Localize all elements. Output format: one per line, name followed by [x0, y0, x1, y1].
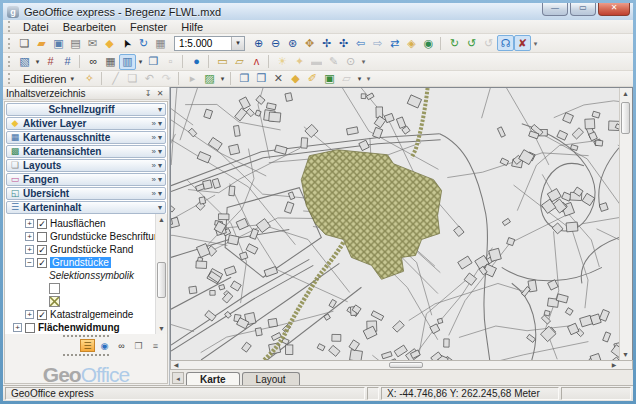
tool-star-button[interactable]: ✦: [291, 54, 308, 70]
section-chevrons[interactable]: »▾: [152, 119, 162, 128]
find-button[interactable]: ∞: [85, 54, 102, 70]
attributes-button[interactable]: ▨: [201, 71, 218, 87]
menu-hilfe[interactable]: Hilfe: [174, 21, 210, 33]
section-chevrons[interactable]: »▾: [152, 189, 162, 198]
add-data-button[interactable]: ◆: [101, 35, 118, 51]
tab-karte[interactable]: Karte: [186, 372, 240, 385]
select-features-button[interactable]: ▧: [16, 54, 33, 70]
zoom-in-button[interactable]: ⊕: [250, 35, 267, 51]
goto-xy-red-button[interactable]: #: [42, 54, 59, 70]
selection-swatch-hatched[interactable]: [7, 295, 153, 308]
section-karteninhalt[interactable]: ☰ Karteninhalt ▾: [6, 201, 166, 214]
expander-icon[interactable]: +: [25, 245, 34, 254]
scale-dropdown-icon[interactable]: ▾: [231, 37, 244, 50]
tool-flat-button[interactable]: ▬: [308, 54, 325, 70]
select-features-dropdown[interactable]: ▾: [33, 54, 42, 70]
refresh-b-button[interactable]: ↺: [463, 35, 480, 51]
scroll-thumb[interactable]: [157, 262, 166, 298]
tab-scroll-left[interactable]: ◂: [172, 372, 184, 384]
toolbar-grip[interactable]: [8, 38, 13, 49]
zoom-doc-button[interactable]: ⊙: [342, 54, 359, 70]
section-kartenansichten[interactable]: ▩ Kartenansichten »▾: [6, 145, 166, 158]
delete-feature-button[interactable]: ✕: [270, 71, 287, 87]
group-flaechenwidmung[interactable]: + Flächenwidmung: [7, 321, 153, 334]
polygon-tool-button[interactable]: ▱: [338, 71, 355, 87]
layer-checkbox[interactable]: ✓: [37, 245, 47, 255]
full-extent-button[interactable]: ✢: [318, 35, 335, 51]
expander-icon[interactable]: +: [13, 323, 22, 332]
print-button[interactable]: ▤: [67, 35, 84, 51]
selektionssymbolik-label[interactable]: Selektionssymbolik: [7, 269, 153, 282]
section-kartenausschnitte[interactable]: ▦ Kartenausschnitte »▾: [6, 131, 166, 144]
globe-mode-button[interactable]: ◉: [97, 339, 112, 352]
section-chevrons[interactable]: »▾: [152, 161, 162, 170]
continue-button[interactable]: ▸: [184, 71, 201, 87]
select-cursor-button[interactable]: ➤: [118, 35, 135, 51]
scroll-right-icon[interactable]: ▶: [609, 361, 619, 369]
toggle-tracking-button[interactable]: ☊: [497, 35, 514, 51]
layer-checkbox[interactable]: ✓: [37, 258, 47, 268]
undo-button[interactable]: ↶: [141, 71, 158, 87]
close-button[interactable]: ✕: [598, 3, 630, 16]
send-mail-button[interactable]: ✉: [84, 35, 101, 51]
select-elements-button[interactable]: ⇄: [386, 35, 403, 51]
maptips-button[interactable]: ▥: [119, 54, 136, 70]
scroll-left-icon[interactable]: ◀: [171, 361, 181, 369]
section-uebersicht[interactable]: ◱ Übersicht »▾: [6, 187, 166, 200]
toolbar-overflow[interactable]: ▾: [531, 35, 540, 51]
refresh-c-button[interactable]: ↺: [480, 35, 497, 51]
tree-scrollbar[interactable]: ▲ ▼: [155, 214, 167, 334]
section-chevrons[interactable]: ▾: [156, 203, 162, 212]
minimize-button[interactable]: —: [542, 3, 568, 16]
fixed-extent-button[interactable]: ✣: [335, 35, 352, 51]
tab-layout[interactable]: Layout: [242, 372, 300, 385]
export-map-button[interactable]: ▦: [152, 35, 169, 51]
toolbar-overflow[interactable]: ▾: [359, 54, 368, 70]
layer-checkbox[interactable]: [25, 323, 35, 333]
zoom-selection-button[interactable]: ⊛: [284, 35, 301, 51]
copy-feature-button[interactable]: ❒: [253, 71, 270, 87]
sketch-tool-button[interactable]: ╱: [107, 71, 124, 87]
scroll-down-icon[interactable]: ▼: [620, 349, 631, 360]
layer-grundstuecke[interactable]: − ✓ Grundstücke: [7, 256, 153, 269]
attributes-dropdown[interactable]: ▾: [218, 71, 227, 87]
menu-fenster[interactable]: Fenster: [123, 21, 174, 33]
expander-icon[interactable]: +: [25, 310, 34, 319]
edit-vertices-button[interactable]: ❏: [124, 71, 141, 87]
scale-input[interactable]: [175, 38, 231, 49]
panel-header[interactable]: Inhaltsverzeichnis ↧ ✕: [3, 87, 169, 100]
find-mode-button[interactable]: ∞: [114, 339, 129, 352]
map-horizontal-scrollbar[interactable]: ◀ ▶: [170, 360, 633, 370]
map-canvas[interactable]: [171, 88, 619, 360]
section-chevrons[interactable]: »▾: [152, 133, 162, 142]
menu-grip[interactable]: [8, 21, 13, 32]
toggle-redline-button[interactable]: ✘: [514, 35, 531, 51]
section-layouts[interactable]: ❏ Layouts »▾: [6, 159, 166, 172]
expander-icon[interactable]: +: [25, 219, 34, 228]
back-extent-button[interactable]: ⇦: [352, 35, 369, 51]
nav-diamond-button[interactable]: ◈: [403, 35, 420, 51]
forward-extent-button[interactable]: ⇨: [369, 35, 386, 51]
scroll-up-icon[interactable]: ▲: [156, 214, 167, 225]
close-icon[interactable]: ✕: [154, 88, 166, 99]
layer-checkbox[interactable]: ✓: [37, 219, 47, 229]
reload-document-button[interactable]: ❐: [145, 54, 162, 70]
symbol-swatch[interactable]: [49, 283, 60, 294]
toolbar-overflow[interactable]: ▾: [364, 71, 373, 87]
open-document-button[interactable]: ▰: [33, 35, 50, 51]
maximize-button[interactable]: ▭: [570, 3, 596, 16]
measure-line-button[interactable]: ▭: [214, 54, 231, 70]
edit-pencil-button[interactable]: ✐: [304, 71, 321, 87]
goto-xy-blue-button[interactable]: #: [59, 54, 76, 70]
section-chevrons[interactable]: »▾: [152, 175, 162, 184]
title-bar[interactable]: g GeoOffice express - Bregenz FLWL.mxd —…: [3, 3, 633, 20]
pan-button[interactable]: ✥: [301, 35, 318, 51]
editieren-menu-button[interactable]: Editieren ▾: [18, 72, 79, 86]
selection-swatch-empty[interactable]: [7, 282, 153, 295]
layers-mode-button[interactable]: ❐: [131, 339, 146, 352]
symbol-button[interactable]: ▣: [321, 71, 338, 87]
section-schnellzugriff[interactable]: Schnellzugriff ▾: [6, 103, 166, 116]
create-feature-button[interactable]: ❐: [236, 71, 253, 87]
list-mode-button[interactable]: ≡: [148, 339, 163, 352]
section-chevrons[interactable]: »▾: [152, 147, 162, 156]
